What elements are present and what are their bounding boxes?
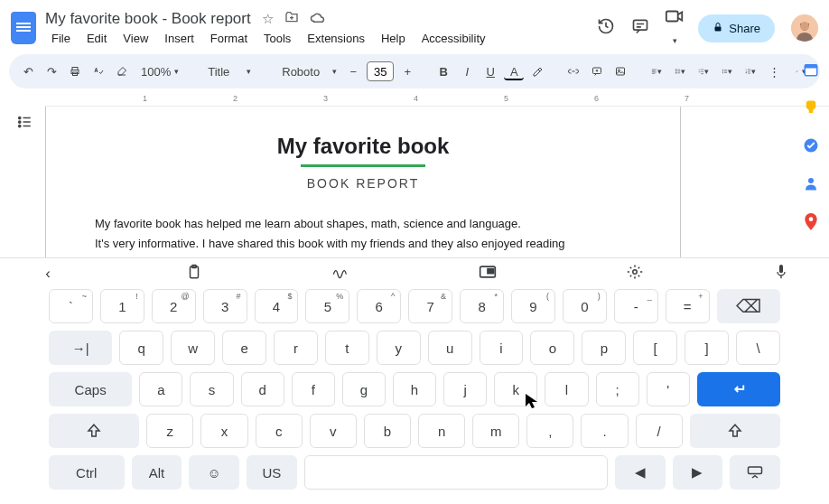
key-caps[interactable]: Caps [49,372,132,406]
key-q[interactable]: q [119,331,163,365]
key-space[interactable] [304,455,608,490]
keep-icon[interactable] [802,99,820,117]
menu-extensions[interactable]: Extensions [301,30,371,47]
menu-accessibility[interactable]: Accessibility [415,30,492,47]
underline-button[interactable]: U [480,61,500,82]
move-icon[interactable] [284,10,299,27]
star-icon[interactable]: ☆ [262,11,274,27]
menu-insert[interactable]: Insert [158,30,200,47]
menu-file[interactable]: File [45,30,77,47]
key-3[interactable]: 3# [203,289,247,323]
key-8[interactable]: 8* [460,289,504,323]
increase-font-button[interactable]: + [397,61,417,82]
print-button[interactable] [65,61,85,82]
key-b[interactable]: b [364,414,411,448]
redo-button[interactable]: ↷ [42,61,61,82]
more-toolbar-button[interactable]: ⋮ [764,61,784,82]
key-e[interactable]: e [222,331,266,365]
contacts-icon[interactable] [802,175,820,193]
key-4[interactable]: 4$ [255,289,299,323]
key-6[interactable]: 6^ [357,289,401,323]
outline-toggle-button[interactable] [16,114,38,135]
key-backspace[interactable]: ⌫ [717,289,780,323]
text-color-button[interactable]: A [504,62,524,80]
key-left[interactable]: ◀ [615,455,666,490]
tasks-icon[interactable] [802,137,820,155]
insert-link-button[interactable] [564,61,583,82]
key-x[interactable]: x [200,414,247,448]
menu-format[interactable]: Format [204,30,254,47]
zoom-select[interactable]: 100%▾ [135,61,184,82]
key-enter[interactable] [697,372,780,406]
key-v[interactable]: v [310,414,357,448]
paragraph-style-select[interactable]: Title▾ [200,61,258,82]
key-i[interactable]: i [480,331,524,365]
calendar-icon[interactable] [802,61,820,79]
key-][interactable]: ] [685,331,729,365]
kb-settings-icon[interactable] [623,264,647,285]
italic-button[interactable]: I [457,61,477,82]
menu-help[interactable]: Help [375,30,412,47]
key-[[interactable]: [ [633,331,677,365]
comments-icon[interactable] [629,17,651,40]
key-s[interactable]: s [190,372,233,406]
key-n[interactable]: n [418,414,465,448]
kb-floating-icon[interactable] [476,265,499,284]
key-f[interactable]: f [292,372,335,406]
share-button[interactable]: Share [698,14,775,42]
document-page[interactable]: My favorite book BOOK REPORT My favorite… [45,107,681,267]
key-7[interactable]: 7& [408,289,452,323]
decrease-font-button[interactable]: − [343,61,363,82]
key-emoji[interactable]: ☺ [189,455,239,490]
meet-icon[interactable]: ▾ [664,8,685,48]
highlight-button[interactable] [527,61,547,82]
key-o[interactable]: o [530,331,574,365]
key-language[interactable]: US [247,455,297,490]
key--[interactable]: -_ [614,289,658,323]
undo-button[interactable]: ↶ [18,61,38,82]
kb-back-icon[interactable]: ‹ [36,265,60,283]
key-z[interactable]: z [146,414,193,448]
key-`[interactable]: `~ [49,289,93,323]
key-.[interactable]: . [581,414,628,448]
key-a[interactable]: a [139,372,182,406]
key-'[interactable]: ' [647,372,690,406]
maps-icon[interactable] [802,213,820,231]
key-d[interactable]: d [241,372,284,406]
font-select[interactable]: Roboto▾ [275,61,327,82]
key-w[interactable]: w [171,331,215,365]
kb-clipboard-icon[interactable] [182,264,206,285]
key-p[interactable]: p [582,331,626,365]
docs-logo-icon[interactable] [11,12,36,44]
line-spacing-button[interactable]: ▾ [670,61,690,81]
key-hide-keyboard[interactable] [730,455,780,490]
key-0[interactable]: 0) [563,289,607,323]
key-u[interactable]: u [428,331,472,365]
key-,[interactable]: , [526,414,573,448]
menu-edit[interactable]: Edit [80,30,113,47]
key-l[interactable]: l [545,372,588,406]
key-m[interactable]: m [472,414,519,448]
key-9[interactable]: 9( [511,289,555,323]
key-/[interactable]: / [636,414,683,448]
add-comment-button[interactable] [587,61,607,82]
bullet-list-button[interactable]: ▾ [717,61,737,81]
key-c[interactable]: c [256,414,303,448]
key-2[interactable]: 2@ [152,289,196,323]
history-icon[interactable] [595,17,617,40]
avatar[interactable] [791,14,818,42]
font-size-input[interactable] [367,61,394,81]
key-shift-left[interactable] [49,414,139,448]
key-j[interactable]: j [443,372,487,406]
key-alt[interactable]: Alt [132,455,182,490]
kb-mic-icon[interactable] [769,263,793,285]
key-tab[interactable]: →| [49,331,112,365]
key-ctrl[interactable]: Ctrl [49,455,125,490]
key-g[interactable]: g [342,372,386,406]
key-1[interactable]: 1! [100,289,144,323]
ruler[interactable]: 1 2 3 4 5 6 7 [45,92,829,107]
kb-handwriting-icon[interactable] [330,265,353,284]
numbered-list-button[interactable]: ▾ [741,61,760,81]
bold-button[interactable]: B [433,61,453,82]
key-;[interactable]: ; [596,372,639,406]
